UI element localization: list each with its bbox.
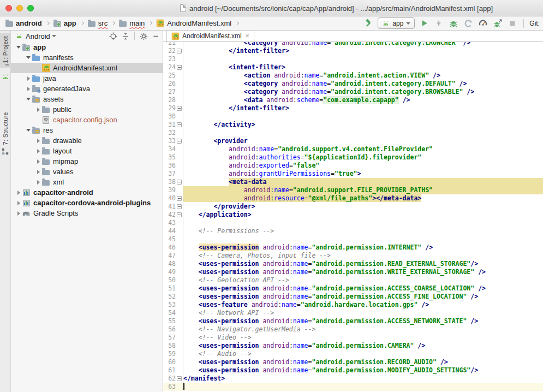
code-line-44[interactable]: 44 <!-- Permissions --> xyxy=(163,227,543,235)
collapsed-arrow-icon[interactable] xyxy=(25,87,32,91)
expanded-arrow-icon[interactable] xyxy=(25,129,32,132)
code-line-41[interactable]: 41 </provider> xyxy=(163,203,543,211)
fold-marker-icon[interactable] xyxy=(176,104,183,112)
fold-marker-icon[interactable] xyxy=(176,375,183,383)
collapse-all-icon[interactable] xyxy=(122,32,129,40)
attach-debugger-icon[interactable] xyxy=(492,18,503,29)
fold-marker-icon[interactable] xyxy=(176,211,183,219)
tree-item-app[interactable]: app xyxy=(11,42,163,52)
locate-icon[interactable] xyxy=(109,32,117,40)
code-line-23[interactable]: 23 xyxy=(163,55,543,63)
fold-marker-icon[interactable] xyxy=(176,47,183,55)
code-line-29[interactable]: 29 </intent-filter> xyxy=(163,104,543,112)
code-line-37[interactable]: 37 android:grantUriPermissions="true"> xyxy=(163,170,543,178)
code-line-34[interactable]: 34 android:name="android.support.v4.cont… xyxy=(163,145,543,153)
code-line-31[interactable]: 31 </activity> xyxy=(163,121,543,129)
apply-changes-icon[interactable] xyxy=(433,18,444,29)
collapsed-arrow-icon[interactable] xyxy=(25,76,32,81)
code-line-50[interactable]: 50 <!-- Geolocation API --> xyxy=(163,276,543,284)
tab-androidmanifest[interactable]: AndroidManifest.xml × xyxy=(166,30,254,41)
tree-item-androidmanifest-xml[interactable]: AndroidManifest.xml xyxy=(11,63,163,73)
code-line-54[interactable]: 54 <!-- Network API --> xyxy=(163,309,543,317)
code-line-42[interactable]: 42 </application> xyxy=(163,211,543,219)
zoom-window-button[interactable] xyxy=(27,5,34,11)
fold-marker-icon[interactable] xyxy=(176,121,183,129)
code-line-55[interactable]: 55 <uses-permission android:name="androi… xyxy=(163,317,543,325)
breadcrumb-item-main[interactable]: main xyxy=(119,19,145,27)
tree-item-values[interactable]: values xyxy=(11,167,163,177)
code-line-63[interactable]: 63 xyxy=(163,383,543,391)
fold-marker-icon[interactable] xyxy=(176,137,183,145)
code-line-58[interactable]: 58 <uses-permission android:name="androi… xyxy=(163,342,543,350)
tree-item-drawable[interactable]: drawable xyxy=(11,135,163,146)
collapsed-arrow-icon[interactable] xyxy=(15,201,22,205)
tree-item-mipmap[interactable]: mipmap xyxy=(11,156,163,167)
build-hammer-icon[interactable] xyxy=(363,18,374,29)
fold-marker-icon[interactable] xyxy=(176,194,183,203)
expanded-arrow-icon[interactable] xyxy=(25,98,32,100)
collapsed-arrow-icon[interactable] xyxy=(35,170,41,174)
tree-item-public[interactable]: public xyxy=(11,104,163,115)
tree-item-manifests[interactable]: manifests xyxy=(11,52,163,63)
profiler-icon[interactable] xyxy=(478,18,488,29)
code-line-48[interactable]: 48 <uses-permission android:name="androi… xyxy=(163,260,543,268)
code-line-22[interactable]: 22 </intent-filter> xyxy=(163,47,543,55)
run-icon[interactable] xyxy=(419,18,429,29)
code-line-28[interactable]: 28 <data android:scheme="com.example.cap… xyxy=(163,96,543,104)
code-line-33[interactable]: 33 <provider xyxy=(163,137,543,145)
tree-item-capacitor-config-json[interactable]: capacitor.config.json xyxy=(11,115,163,125)
tree-item-res[interactable]: res xyxy=(11,125,163,135)
breadcrumb-item-app[interactable]: app xyxy=(53,19,76,27)
collapsed-arrow-icon[interactable] xyxy=(35,149,41,153)
expanded-arrow-icon[interactable] xyxy=(25,56,32,59)
tree-item-capacitor-cordova-android-plugins[interactable]: capacitor-cordova-android-plugins xyxy=(11,198,163,208)
expanded-arrow-icon[interactable] xyxy=(15,46,22,49)
code-line-21[interactable]: 21 <category android:name="android.inten… xyxy=(163,42,543,47)
code-line-45[interactable]: 45 xyxy=(163,235,543,243)
code-line-53[interactable]: 53 <uses-feature android:name="android.h… xyxy=(163,301,543,309)
tool-button-7-structure[interactable]: 7: Structure xyxy=(0,109,11,158)
close-window-button[interactable] xyxy=(5,5,12,11)
code-line-59[interactable]: 59 <!-- Audio --> xyxy=(163,350,543,358)
collapsed-arrow-icon[interactable] xyxy=(35,108,41,112)
collapsed-arrow-icon[interactable] xyxy=(35,180,41,185)
code-line-56[interactable]: 56 <!-- Navigator.getUserMedia --> xyxy=(163,325,543,334)
code-line-51[interactable]: 51 <uses-permission android:name="androi… xyxy=(163,284,543,293)
code-line-62[interactable]: 62</manifest> xyxy=(163,375,543,383)
code-line-61[interactable]: 61 <uses-permission android:name="androi… xyxy=(163,366,543,375)
hide-icon[interactable] xyxy=(152,33,159,40)
fold-marker-icon[interactable] xyxy=(176,178,183,186)
tool-button-1-project[interactable]: 1: Project xyxy=(0,33,11,68)
code-line-26[interactable]: 26 <category android:name="android.inten… xyxy=(163,80,543,88)
tree-item-java[interactable]: java xyxy=(11,73,163,84)
code-line-57[interactable]: 57 <!-- Video --> xyxy=(163,334,543,342)
code-line-35[interactable]: 35 android:authorities="${applicationId}… xyxy=(163,153,543,162)
code-line-60[interactable]: 60 <uses-permission android:name="androi… xyxy=(163,358,543,366)
collapsed-arrow-icon[interactable] xyxy=(35,159,41,164)
tree-item-layout[interactable]: layout xyxy=(11,146,163,156)
code-line-36[interactable]: 36 android:exported="false" xyxy=(163,162,543,170)
code-line-38[interactable]: 38 <meta-data xyxy=(163,178,543,186)
stop-icon[interactable] xyxy=(507,18,518,29)
code-line-39[interactable]: 39 android:name="android.support.FILE_PR… xyxy=(163,186,543,194)
close-icon[interactable]: × xyxy=(246,32,249,40)
code-line-47[interactable]: 47 <!-- Camera, Photos, input file --> xyxy=(163,252,543,260)
breadcrumb-item-src[interactable]: src xyxy=(88,19,108,27)
collapsed-arrow-icon[interactable] xyxy=(15,211,22,216)
code-line-24[interactable]: 24 <intent-filter> xyxy=(163,63,543,72)
run-configuration-select[interactable]: app xyxy=(378,17,415,29)
dropdown-caret-icon[interactable] xyxy=(52,35,56,37)
debug-icon[interactable] xyxy=(448,18,459,29)
breadcrumb-item-androidmanifest-xml[interactable]: AndroidManifest.xml xyxy=(156,19,231,27)
code-line-49[interactable]: 49 <uses-permission android:name="androi… xyxy=(163,268,543,276)
code-line-52[interactable]: 52 <uses-permission android:name="androi… xyxy=(163,293,543,301)
tree-item-generatedjava[interactable]: generatedJava xyxy=(11,84,163,94)
code-line-25[interactable]: 25 <action android:name="android.intent.… xyxy=(163,72,543,80)
fold-marker-icon[interactable] xyxy=(176,203,183,211)
tree-item-capacitor-android[interactable]: capacitor-android xyxy=(11,187,163,198)
collapsed-arrow-icon[interactable] xyxy=(15,191,22,195)
tree-item-xml[interactable]: xml xyxy=(11,177,163,187)
fold-marker-icon[interactable] xyxy=(176,63,183,72)
code-line-43[interactable]: 43 xyxy=(163,219,543,227)
tool-button-android-icon[interactable] xyxy=(0,68,11,85)
